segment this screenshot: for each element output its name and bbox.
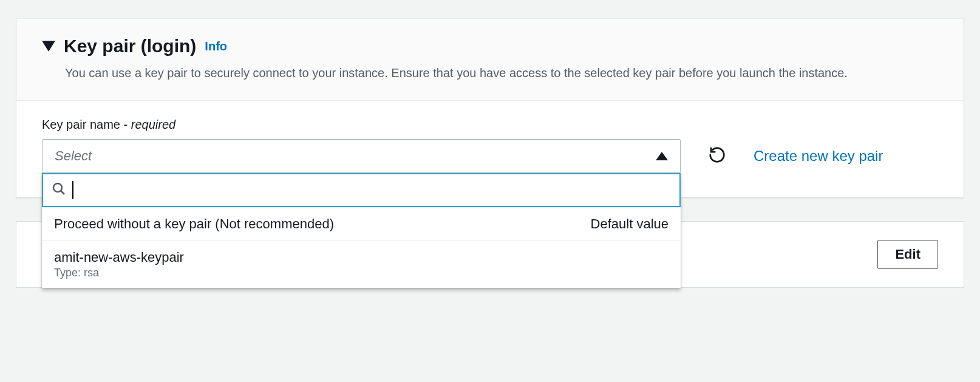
controls-row: Select <box>42 139 938 173</box>
search-input[interactable] <box>80 174 671 206</box>
option-subtext: Type: rsa <box>54 267 184 279</box>
svg-marker-1 <box>656 152 668 160</box>
option-label: amit-new-aws-keypair <box>54 250 184 265</box>
field-label-text: Key pair name <box>42 118 120 131</box>
caret-up-icon <box>656 152 668 160</box>
select-trigger[interactable]: Select <box>42 139 681 173</box>
create-keypair-link[interactable]: Create new key pair <box>754 148 883 165</box>
field-label: Key pair name - required <box>42 118 938 132</box>
keypair-panel: Key pair (login) Info You can use a key … <box>16 18 964 198</box>
text-cursor <box>72 181 73 199</box>
refresh-button[interactable] <box>704 143 730 169</box>
keypair-select: Select <box>42 139 681 173</box>
svg-point-2 <box>53 183 62 192</box>
section-title: Key pair (login) <box>64 36 196 56</box>
dropdown-search[interactable] <box>42 173 681 207</box>
option-proceed-without[interactable]: Proceed without a key pair (Not recommen… <box>42 207 681 240</box>
select-placeholder: Select <box>55 148 92 164</box>
collapse-caret-icon[interactable] <box>42 41 55 52</box>
title-row: Key pair (login) Info <box>42 36 938 56</box>
option-existing-keypair[interactable]: amit-new-aws-keypair Type: rsa <box>42 240 681 288</box>
panel-header: Key pair (login) Info You can use a key … <box>16 19 964 101</box>
edit-button[interactable]: Edit <box>877 240 938 269</box>
refresh-icon <box>708 146 726 166</box>
svg-marker-0 <box>42 41 55 52</box>
svg-line-3 <box>61 191 64 194</box>
section-description: You can use a key pair to securely conne… <box>65 64 891 82</box>
field-required: required <box>131 118 175 131</box>
select-dropdown: Proceed without a key pair (Not recommen… <box>42 173 681 288</box>
option-default-badge: Default value <box>591 216 669 232</box>
option-label: Proceed without a key pair (Not recommen… <box>54 216 334 232</box>
panel-body: Key pair name - required Select <box>16 101 964 197</box>
info-link[interactable]: Info <box>205 39 227 53</box>
search-icon <box>52 182 66 199</box>
